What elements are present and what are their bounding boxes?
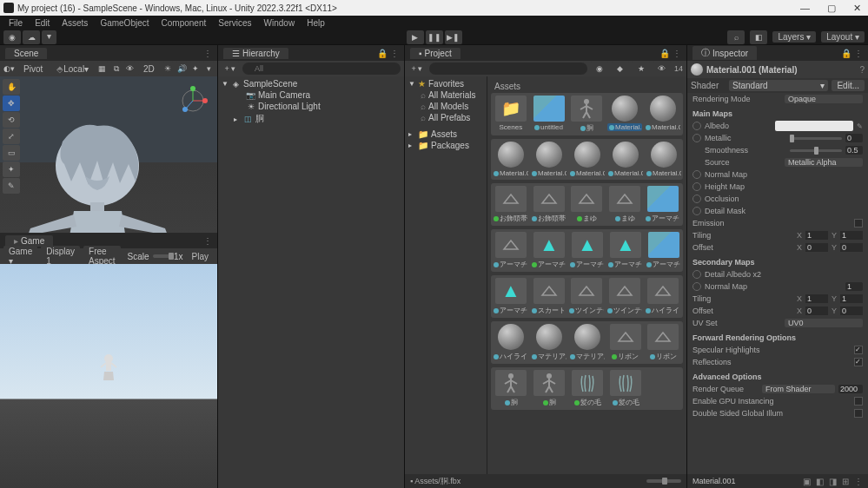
- asset-item[interactable]: 📁Scenes: [494, 96, 528, 133]
- account-icon[interactable]: ◉: [3, 30, 21, 44]
- panel-lock-icon[interactable]: 🔒: [659, 49, 670, 58]
- hierarchy-search-input[interactable]: [242, 63, 401, 75]
- asset-item[interactable]: ▲アーマチュ...: [608, 232, 643, 269]
- scene-tab[interactable]: Scene: [5, 48, 47, 59]
- detail-albedo-texture-slot[interactable]: [692, 270, 701, 279]
- hierarchy-tab[interactable]: ☰ Hierarchy: [223, 48, 288, 59]
- scene-viewport[interactable]: ✋ ✥ ⟲ ⤢ ▭ ✦ ✎: [0, 76, 217, 233]
- layout-dropdown[interactable]: Layout ▾: [821, 31, 865, 43]
- asset-item[interactable]: Material.0...: [608, 142, 643, 177]
- hierarchy-item[interactable]: ☀Directional Light: [218, 101, 404, 112]
- source-dropdown[interactable]: Metallic Alpha: [785, 158, 863, 167]
- offset-y-field[interactable]: 0: [840, 243, 863, 252]
- shader-edit-button[interactable]: Edit...: [832, 80, 865, 91]
- dsgi-checkbox[interactable]: [854, 409, 863, 418]
- draw-mode-dropdown[interactable]: ◐▾: [3, 62, 15, 76]
- albedo-color-field[interactable]: [775, 121, 853, 131]
- asset-item[interactable]: 胴: [494, 370, 528, 407]
- hierarchy-item[interactable]: 📷Main Camera: [218, 89, 404, 101]
- asset-item[interactable]: ▲アーマチュ...: [532, 232, 567, 269]
- menu-window[interactable]: Window: [259, 17, 301, 29]
- packages-folder-row[interactable]: ▸📁Packages: [405, 140, 487, 151]
- normal2-value[interactable]: 1: [845, 282, 863, 291]
- spec-highlights-checkbox[interactable]: [854, 346, 863, 354]
- asset-item[interactable]: ▲アーマチュ...: [570, 232, 605, 269]
- local-toggle[interactable]: ⬘Local▾: [51, 63, 94, 75]
- smoothness-slider[interactable]: [790, 149, 842, 152]
- asset-bundle-icon[interactable]: ▣: [803, 477, 811, 486]
- panel-menu-icon[interactable]: ⋮: [673, 49, 681, 58]
- uvset-dropdown[interactable]: UV0: [785, 319, 863, 327]
- menu-file[interactable]: File: [3, 17, 28, 29]
- rendering-mode-dropdown[interactable]: Opaque: [785, 95, 863, 103]
- play-focused-dropdown[interactable]: Play: [187, 251, 214, 262]
- reflections-checkbox[interactable]: [854, 358, 863, 366]
- rotate-tool[interactable]: ⟲: [3, 112, 20, 128]
- transform-tool[interactable]: ✦: [3, 162, 20, 177]
- menu-assets[interactable]: Assets: [56, 17, 93, 29]
- grid-toggle[interactable]: ▦: [97, 62, 108, 76]
- asset-item[interactable]: アーマチュア: [646, 186, 680, 223]
- move-tool[interactable]: ✥: [3, 96, 20, 111]
- cloud-icon[interactable]: ☁: [23, 30, 40, 44]
- assets-folder-row[interactable]: ▸📁Assets: [405, 129, 487, 140]
- panel-menu-icon[interactable]: ⋮: [203, 49, 212, 58]
- menu-component[interactable]: Component: [156, 17, 212, 29]
- favorite-search-item[interactable]: ⌕ All Models: [405, 101, 487, 112]
- step-button[interactable]: ▶❚: [445, 30, 462, 44]
- albedo-texture-slot[interactable]: [692, 122, 701, 130]
- inspector-tab[interactable]: ⓘ Inspector: [692, 46, 757, 60]
- panel-menu-icon[interactable]: ⋮: [203, 236, 212, 246]
- normal2-texture-slot[interactable]: [692, 282, 701, 291]
- menu-gameobject[interactable]: GameObject: [95, 17, 154, 29]
- asset-item[interactable]: スカート: [532, 278, 566, 315]
- close-button[interactable]: ✕: [850, 3, 865, 14]
- hierarchy-scene-row[interactable]: ▼◈ SampleScene: [218, 78, 404, 89]
- asset-item[interactable]: 髪の毛: [608, 370, 643, 407]
- emission-checkbox[interactable]: [854, 219, 863, 228]
- panel-menu-icon[interactable]: ⋮: [854, 49, 863, 58]
- game-tab[interactable]: ▸ Game: [5, 235, 53, 247]
- maximize-button[interactable]: ▢: [824, 3, 839, 14]
- layers-dropdown[interactable]: Layers ▾: [772, 31, 816, 43]
- panel-menu-icon[interactable]: ⋮: [390, 49, 399, 58]
- create-dropdown[interactable]: + ▾: [222, 62, 239, 76]
- lighting-toggle[interactable]: ☀: [163, 62, 174, 76]
- asset-item[interactable]: ツインテール: [607, 278, 642, 315]
- metallic-value[interactable]: 0: [845, 134, 863, 142]
- preview-icon-1[interactable]: ◧: [816, 477, 824, 486]
- orientation-gizmo[interactable]: [176, 83, 210, 118]
- panel-lock-icon[interactable]: 🔒: [377, 49, 388, 58]
- metallic-texture-slot[interactable]: [692, 134, 701, 142]
- offset2-y-field[interactable]: 0: [840, 307, 863, 315]
- play-button[interactable]: ▶: [407, 30, 424, 44]
- asset-item[interactable]: リボン: [646, 324, 681, 361]
- thumbnail-size-slider[interactable]: [646, 479, 681, 483]
- filter-by-type-icon[interactable]: ◉: [591, 62, 608, 76]
- asset-item[interactable]: ▲アーマチュ...: [494, 278, 528, 315]
- asset-item[interactable]: 胴: [532, 370, 567, 407]
- custom-tool[interactable]: ✎: [3, 178, 20, 194]
- asset-item[interactable]: Material.0...: [532, 142, 567, 177]
- panel-lock-icon[interactable]: 🔒: [841, 49, 851, 58]
- gpu-instancing-checkbox[interactable]: [854, 397, 863, 406]
- audio-toggle[interactable]: 🔊: [176, 62, 187, 76]
- snap-toggle[interactable]: ⧉: [111, 62, 122, 76]
- asset-item[interactable]: お飾頭帯: [532, 186, 567, 223]
- shader-dropdown[interactable]: Standard ▾: [729, 80, 828, 91]
- tiling2-y-field[interactable]: 1: [840, 294, 863, 303]
- asset-item[interactable]: 髪の毛: [570, 370, 605, 407]
- fx-toggle[interactable]: ✦: [190, 62, 201, 76]
- asset-item[interactable]: まゆ: [570, 186, 605, 223]
- preview-menu-icon[interactable]: ⋮: [854, 477, 863, 486]
- menu-help[interactable]: Help: [301, 17, 330, 29]
- preview-icon-3[interactable]: ⊞: [842, 477, 849, 486]
- render-queue-dropdown[interactable]: From Shader: [762, 385, 835, 393]
- scale-slider[interactable]: [153, 254, 170, 258]
- save-search-icon[interactable]: ★: [633, 62, 650, 76]
- favorites-row[interactable]: ▼★Favorites: [405, 78, 487, 89]
- asset-item[interactable]: Material.0...: [646, 96, 680, 133]
- asset-item[interactable]: 胴: [569, 96, 604, 133]
- asset-item[interactable]: リボン: [608, 324, 643, 361]
- hidden-packages-icon[interactable]: 👁: [653, 62, 671, 76]
